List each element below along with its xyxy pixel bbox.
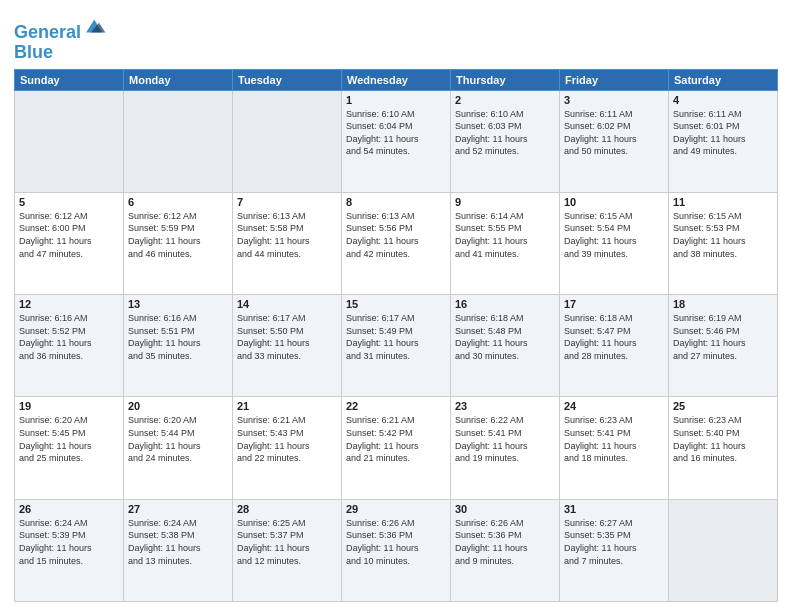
week-row-3: 12Sunrise: 6:16 AMSunset: 5:52 PMDayligh… [15, 295, 778, 397]
day-number: 16 [455, 298, 555, 310]
day-number: 1 [346, 94, 446, 106]
day-cell [669, 499, 778, 601]
day-cell: 17Sunrise: 6:18 AMSunset: 5:47 PMDayligh… [560, 295, 669, 397]
day-number: 22 [346, 400, 446, 412]
day-number: 25 [673, 400, 773, 412]
day-info: Sunrise: 6:12 AMSunset: 5:59 PMDaylight:… [128, 210, 228, 260]
day-number: 8 [346, 196, 446, 208]
day-cell: 14Sunrise: 6:17 AMSunset: 5:50 PMDayligh… [233, 295, 342, 397]
day-number: 20 [128, 400, 228, 412]
day-info: Sunrise: 6:24 AMSunset: 5:38 PMDaylight:… [128, 517, 228, 567]
week-row-1: 1Sunrise: 6:10 AMSunset: 6:04 PMDaylight… [15, 90, 778, 192]
calendar: SundayMondayTuesdayWednesdayThursdayFrid… [14, 69, 778, 602]
day-cell [233, 90, 342, 192]
day-info: Sunrise: 6:19 AMSunset: 5:46 PMDaylight:… [673, 312, 773, 362]
day-info: Sunrise: 6:17 AMSunset: 5:50 PMDaylight:… [237, 312, 337, 362]
weekday-header-row: SundayMondayTuesdayWednesdayThursdayFrid… [15, 69, 778, 90]
day-info: Sunrise: 6:24 AMSunset: 5:39 PMDaylight:… [19, 517, 119, 567]
day-number: 31 [564, 503, 664, 515]
day-cell: 21Sunrise: 6:21 AMSunset: 5:43 PMDayligh… [233, 397, 342, 499]
day-cell: 29Sunrise: 6:26 AMSunset: 5:36 PMDayligh… [342, 499, 451, 601]
day-info: Sunrise: 6:20 AMSunset: 5:45 PMDaylight:… [19, 414, 119, 464]
day-info: Sunrise: 6:18 AMSunset: 5:47 PMDaylight:… [564, 312, 664, 362]
logo-icon [83, 14, 107, 38]
week-row-4: 19Sunrise: 6:20 AMSunset: 5:45 PMDayligh… [15, 397, 778, 499]
day-number: 15 [346, 298, 446, 310]
day-number: 7 [237, 196, 337, 208]
day-info: Sunrise: 6:10 AMSunset: 6:03 PMDaylight:… [455, 108, 555, 158]
day-info: Sunrise: 6:15 AMSunset: 5:54 PMDaylight:… [564, 210, 664, 260]
weekday-header-wednesday: Wednesday [342, 69, 451, 90]
day-info: Sunrise: 6:20 AMSunset: 5:44 PMDaylight:… [128, 414, 228, 464]
day-cell: 27Sunrise: 6:24 AMSunset: 5:38 PMDayligh… [124, 499, 233, 601]
day-cell: 3Sunrise: 6:11 AMSunset: 6:02 PMDaylight… [560, 90, 669, 192]
day-info: Sunrise: 6:17 AMSunset: 5:49 PMDaylight:… [346, 312, 446, 362]
day-number: 29 [346, 503, 446, 515]
day-info: Sunrise: 6:18 AMSunset: 5:48 PMDaylight:… [455, 312, 555, 362]
logo-blue: Blue [14, 43, 107, 63]
day-cell: 4Sunrise: 6:11 AMSunset: 6:01 PMDaylight… [669, 90, 778, 192]
day-cell: 12Sunrise: 6:16 AMSunset: 5:52 PMDayligh… [15, 295, 124, 397]
day-number: 3 [564, 94, 664, 106]
day-number: 5 [19, 196, 119, 208]
day-number: 4 [673, 94, 773, 106]
day-info: Sunrise: 6:16 AMSunset: 5:51 PMDaylight:… [128, 312, 228, 362]
logo-text: General [14, 14, 107, 43]
day-cell: 6Sunrise: 6:12 AMSunset: 5:59 PMDaylight… [124, 192, 233, 294]
day-cell: 26Sunrise: 6:24 AMSunset: 5:39 PMDayligh… [15, 499, 124, 601]
weekday-header-saturday: Saturday [669, 69, 778, 90]
day-number: 11 [673, 196, 773, 208]
weekday-header-friday: Friday [560, 69, 669, 90]
day-cell: 25Sunrise: 6:23 AMSunset: 5:40 PMDayligh… [669, 397, 778, 499]
page: General Blue SundayMondayTuesdayWednesda… [0, 0, 792, 612]
day-info: Sunrise: 6:26 AMSunset: 5:36 PMDaylight:… [346, 517, 446, 567]
day-cell: 13Sunrise: 6:16 AMSunset: 5:51 PMDayligh… [124, 295, 233, 397]
day-cell: 1Sunrise: 6:10 AMSunset: 6:04 PMDaylight… [342, 90, 451, 192]
day-info: Sunrise: 6:13 AMSunset: 5:56 PMDaylight:… [346, 210, 446, 260]
day-number: 10 [564, 196, 664, 208]
weekday-header-sunday: Sunday [15, 69, 124, 90]
day-info: Sunrise: 6:13 AMSunset: 5:58 PMDaylight:… [237, 210, 337, 260]
day-number: 9 [455, 196, 555, 208]
day-number: 17 [564, 298, 664, 310]
day-cell: 8Sunrise: 6:13 AMSunset: 5:56 PMDaylight… [342, 192, 451, 294]
day-cell: 15Sunrise: 6:17 AMSunset: 5:49 PMDayligh… [342, 295, 451, 397]
day-cell: 24Sunrise: 6:23 AMSunset: 5:41 PMDayligh… [560, 397, 669, 499]
day-info: Sunrise: 6:23 AMSunset: 5:40 PMDaylight:… [673, 414, 773, 464]
day-cell: 2Sunrise: 6:10 AMSunset: 6:03 PMDaylight… [451, 90, 560, 192]
day-cell: 22Sunrise: 6:21 AMSunset: 5:42 PMDayligh… [342, 397, 451, 499]
logo: General Blue [14, 14, 107, 63]
week-row-2: 5Sunrise: 6:12 AMSunset: 6:00 PMDaylight… [15, 192, 778, 294]
day-cell: 10Sunrise: 6:15 AMSunset: 5:54 PMDayligh… [560, 192, 669, 294]
day-number: 30 [455, 503, 555, 515]
day-number: 24 [564, 400, 664, 412]
weekday-header-thursday: Thursday [451, 69, 560, 90]
day-number: 27 [128, 503, 228, 515]
day-cell: 11Sunrise: 6:15 AMSunset: 5:53 PMDayligh… [669, 192, 778, 294]
day-info: Sunrise: 6:27 AMSunset: 5:35 PMDaylight:… [564, 517, 664, 567]
day-info: Sunrise: 6:21 AMSunset: 5:42 PMDaylight:… [346, 414, 446, 464]
day-number: 19 [19, 400, 119, 412]
day-cell: 23Sunrise: 6:22 AMSunset: 5:41 PMDayligh… [451, 397, 560, 499]
day-cell: 20Sunrise: 6:20 AMSunset: 5:44 PMDayligh… [124, 397, 233, 499]
day-cell: 7Sunrise: 6:13 AMSunset: 5:58 PMDaylight… [233, 192, 342, 294]
day-number: 18 [673, 298, 773, 310]
day-cell: 16Sunrise: 6:18 AMSunset: 5:48 PMDayligh… [451, 295, 560, 397]
day-number: 14 [237, 298, 337, 310]
header: General Blue [14, 10, 778, 63]
day-info: Sunrise: 6:14 AMSunset: 5:55 PMDaylight:… [455, 210, 555, 260]
day-info: Sunrise: 6:23 AMSunset: 5:41 PMDaylight:… [564, 414, 664, 464]
day-info: Sunrise: 6:25 AMSunset: 5:37 PMDaylight:… [237, 517, 337, 567]
day-number: 23 [455, 400, 555, 412]
weekday-header-monday: Monday [124, 69, 233, 90]
day-cell [15, 90, 124, 192]
day-info: Sunrise: 6:22 AMSunset: 5:41 PMDaylight:… [455, 414, 555, 464]
day-info: Sunrise: 6:15 AMSunset: 5:53 PMDaylight:… [673, 210, 773, 260]
day-cell [124, 90, 233, 192]
day-number: 28 [237, 503, 337, 515]
day-info: Sunrise: 6:12 AMSunset: 6:00 PMDaylight:… [19, 210, 119, 260]
week-row-5: 26Sunrise: 6:24 AMSunset: 5:39 PMDayligh… [15, 499, 778, 601]
day-cell: 28Sunrise: 6:25 AMSunset: 5:37 PMDayligh… [233, 499, 342, 601]
day-cell: 9Sunrise: 6:14 AMSunset: 5:55 PMDaylight… [451, 192, 560, 294]
day-cell: 30Sunrise: 6:26 AMSunset: 5:36 PMDayligh… [451, 499, 560, 601]
